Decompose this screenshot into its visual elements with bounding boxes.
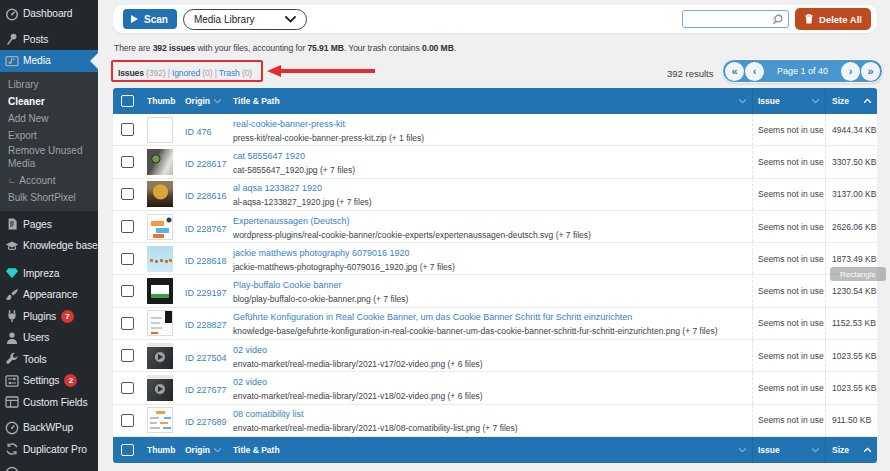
next-page-button[interactable]: ›	[841, 62, 860, 81]
submenu-item[interactable]: Export	[0, 127, 98, 144]
media-title-link[interactable]: Geführte Konfiguration in Real Cookie Ba…	[233, 312, 632, 322]
sort-icon	[811, 447, 820, 452]
video-player-thumbnail[interactable]	[147, 343, 173, 369]
sidebar-item[interactable]: Custom Fields	[0, 392, 98, 414]
row-checkbox[interactable]	[121, 317, 134, 330]
last-page-button[interactable]: »	[861, 62, 880, 81]
sidebar-item[interactable]: Posts	[0, 29, 98, 51]
media-path: envato-market/real-media-library/2021-v1…	[233, 391, 483, 401]
prev-page-button[interactable]: ‹	[745, 62, 764, 81]
media-id-link[interactable]: ID 228616	[185, 191, 227, 201]
file-size: 4944.34 KB	[832, 125, 876, 135]
row-checkbox[interactable]	[121, 220, 134, 233]
sky-photo-thumbnail[interactable]	[147, 246, 173, 272]
wrench-icon	[5, 352, 19, 366]
submenu-item[interactable]: Remove Unused Media	[0, 144, 98, 172]
sidebar-item[interactable]: Plugins 7	[0, 306, 98, 328]
sidebar-item[interactable]: Pages	[0, 214, 98, 236]
media-title-link[interactable]: jackie matthews photography 6079016 1920	[233, 248, 410, 258]
tab-trash[interactable]: Trash	[219, 68, 240, 78]
diamond-icon	[5, 266, 19, 280]
list-illustration-thumbnail[interactable]	[147, 407, 173, 433]
column-footer-title-path[interactable]: Title & Path	[227, 445, 752, 455]
submenu-item[interactable]: ∟Account	[0, 172, 98, 189]
media-id-link[interactable]: ID 228827	[185, 320, 227, 330]
column-footer-size[interactable]: Size	[825, 437, 877, 463]
sidebar-item[interactable]: Impreza	[0, 263, 98, 285]
row-checkbox[interactable]	[121, 285, 134, 298]
cat-photo-thumbnail[interactable]	[147, 149, 173, 175]
media-title-link[interactable]: 08 comatibility list	[233, 409, 304, 419]
delete-all-button[interactable]: Delete All	[795, 8, 871, 30]
tab-issues[interactable]: Issues	[118, 68, 144, 78]
row-checkbox[interactable]	[121, 253, 134, 266]
screenshot-page-thumbnail[interactable]	[147, 310, 173, 336]
column-header-title-path[interactable]: Title & Path	[227, 96, 752, 106]
issues-table: Thumb Origin Title & Path Issue Size ID …	[113, 88, 877, 463]
tab-ignored[interactable]: Ignored	[172, 68, 200, 78]
sidebar-item[interactable]: Dashboard	[0, 3, 98, 25]
update-count-badge: 7	[61, 310, 74, 323]
screenshot-dark-thumbnail[interactable]	[147, 278, 173, 304]
media-title-link[interactable]: 02 video	[233, 345, 267, 355]
column-header-issue[interactable]: Issue	[752, 88, 825, 114]
column-header-origin[interactable]: Origin	[182, 96, 227, 106]
issues-summary: There are 392 issues with your files, ac…	[114, 43, 456, 53]
annotation-tool-label: Rectangle	[830, 267, 886, 281]
sidebar-item[interactable]: Users	[0, 327, 98, 349]
media-title-link[interactable]: 02 video	[233, 377, 267, 387]
media-id-link[interactable]: ID 229197	[185, 288, 227, 298]
media-title-link[interactable]: al aqsa 1233827 1920	[233, 183, 322, 193]
column-footer-issue[interactable]: Issue	[752, 437, 825, 463]
sidebar-item[interactable]: Knowledge base	[0, 235, 98, 257]
row-checkbox[interactable]	[121, 382, 134, 395]
submenu-item[interactable]: Add New	[0, 110, 98, 127]
search-input[interactable]	[682, 10, 789, 28]
media-id-link[interactable]: ID 227504	[185, 353, 227, 363]
scan-button[interactable]: Scan	[123, 9, 177, 29]
issue-status: Seems not in use	[758, 286, 824, 296]
media-id-link[interactable]: ID 228767	[185, 224, 227, 234]
mosque-photo-thumbnail[interactable]	[147, 181, 173, 207]
media-title-link[interactable]: Play-buffalo Cookie banner	[233, 280, 341, 290]
plug-icon	[5, 309, 19, 323]
media-title-link[interactable]: Expertenaussagen (Deutsch)	[233, 216, 350, 226]
column-footer-origin[interactable]: Origin	[182, 445, 227, 455]
row-checkbox[interactable]	[121, 188, 134, 201]
media-path: cat-5855647_1920.jpg (+ 7 files)	[233, 165, 355, 175]
media-title-link[interactable]: cat 5855647 1920	[233, 151, 305, 161]
media-id-link[interactable]: ID 476	[185, 127, 212, 137]
media-id-link[interactable]: ID 227689	[185, 417, 227, 427]
sidebar-item[interactable]: BackWPup	[0, 417, 98, 439]
first-page-button[interactable]: «	[725, 62, 744, 81]
row-checkbox[interactable]	[121, 156, 134, 169]
brush-icon	[5, 288, 19, 302]
file-size: 911.50 KB	[832, 415, 871, 425]
media-id-link[interactable]: ID 228618	[185, 256, 227, 266]
select-all-checkbox[interactable]	[121, 444, 134, 457]
issue-status: Seems not in use	[758, 383, 824, 393]
row-checkbox[interactable]	[121, 349, 134, 362]
submenu-item[interactable]: Bulk ShortPixel	[0, 189, 98, 206]
tree-branch-icon: ∟	[8, 175, 16, 185]
media-title-link[interactable]: real-cookie-banner-press-kit	[233, 119, 345, 129]
media-id-link[interactable]: ID 228617	[185, 159, 227, 169]
submenu-item[interactable]: Library	[0, 76, 98, 93]
column-header-size[interactable]: Size	[825, 88, 877, 114]
sidebar-item[interactable]	[0, 460, 98, 471]
row-checkbox[interactable]	[121, 123, 134, 136]
select-all-checkbox[interactable]	[121, 95, 134, 108]
sidebar-item[interactable]: Media	[0, 50, 98, 72]
video-player-thumbnail[interactable]	[147, 375, 173, 401]
results-count: 392 results	[667, 68, 713, 79]
empty-thumbnail[interactable]	[147, 117, 173, 143]
media-id-link[interactable]: ID 227677	[185, 385, 227, 395]
sidebar-item[interactable]: Appearance	[0, 284, 98, 306]
submenu-item[interactable]: Cleaner	[0, 93, 98, 110]
sidebar-item[interactable]: Settings 2	[0, 370, 98, 392]
chat-illustration-thumbnail[interactable]	[147, 214, 173, 240]
source-select[interactable]: Media Library	[183, 9, 307, 30]
row-checkbox[interactable]	[121, 414, 134, 427]
sidebar-item[interactable]: Duplicator Pro	[0, 439, 98, 461]
sidebar-item[interactable]: Tools	[0, 349, 98, 371]
